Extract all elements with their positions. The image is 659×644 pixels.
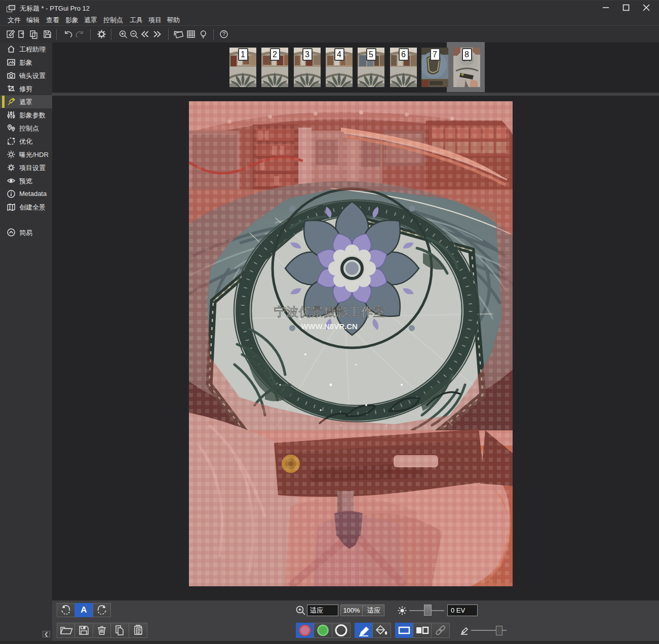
svg-text:?: ? — [222, 31, 225, 37]
svg-text:宁波优景摄影工作室: 宁波优景摄影工作室 — [274, 305, 386, 318]
svg-text:WWW.N8VR.CN: WWW.N8VR.CN — [301, 322, 358, 331]
